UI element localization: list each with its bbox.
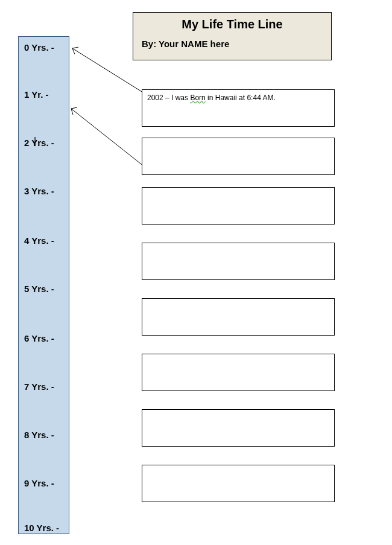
event-box-2[interactable] bbox=[142, 187, 335, 225]
event-box-3[interactable] bbox=[142, 243, 335, 280]
header-box: My Life Time Line By: Your NAME here bbox=[133, 12, 332, 60]
header-byline[interactable]: By: Your NAME here bbox=[142, 39, 323, 49]
year-label-6: 6 Yrs. - bbox=[24, 333, 54, 343]
event-box-5[interactable] bbox=[142, 354, 335, 391]
event-box-0[interactable]: 2002 – I was Born in Hawaii at 6:44 AM. bbox=[142, 89, 335, 127]
event-box-1[interactable] bbox=[142, 138, 335, 175]
year-label-2: 2 Yrs. - bbox=[24, 138, 54, 148]
header-title: My Life Time Line bbox=[142, 18, 323, 31]
year-label-3: 3 Yrs. - bbox=[24, 186, 54, 196]
year-label-10: 10 Yrs. - bbox=[24, 523, 59, 533]
year-label-8: 8 Yrs. - bbox=[24, 430, 54, 440]
year-label-0: 0 Yrs. - bbox=[24, 42, 54, 53]
year-label-9: 9 Yrs. - bbox=[24, 478, 54, 488]
svg-line-1 bbox=[71, 109, 144, 166]
event-box-4[interactable] bbox=[142, 298, 335, 336]
event-text-0: 2002 – I was Born in Hawaii at 6:44 AM. bbox=[147, 94, 276, 102]
event-box-7[interactable] bbox=[142, 465, 335, 502]
year-label-4: 4 Yrs. - bbox=[24, 235, 54, 246]
year-label-7: 7 Yrs. - bbox=[24, 381, 54, 392]
event-box-6[interactable] bbox=[142, 409, 335, 447]
text-cursor: | bbox=[34, 136, 36, 147]
year-label-5: 5 Yrs. - bbox=[24, 284, 54, 294]
year-label-1: 1 Yr. - bbox=[24, 89, 49, 100]
arrow-line-2 bbox=[65, 103, 150, 169]
